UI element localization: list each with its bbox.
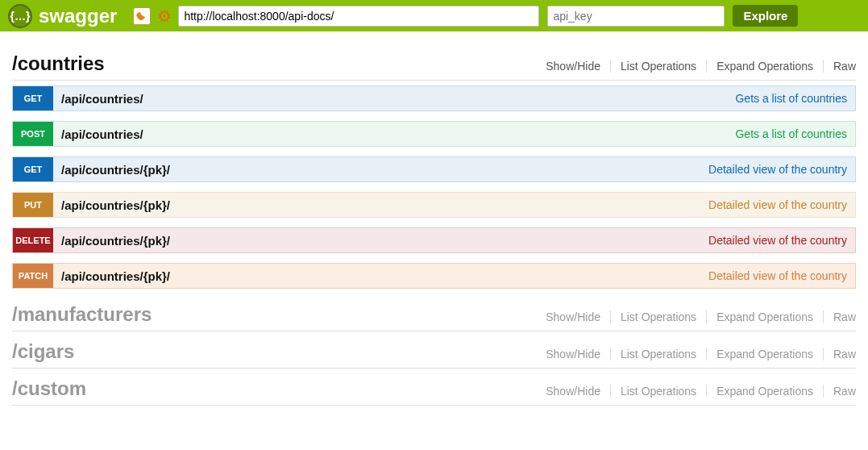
operation-summary: Detailed view of the country <box>700 198 855 211</box>
raw-link[interactable]: Raw <box>824 60 856 73</box>
expand-operations-link[interactable]: Expand Operations <box>707 385 824 398</box>
resource: /manufacturersShow/HideList OperationsEx… <box>12 298 856 331</box>
show-hide-link[interactable]: Show/Hide <box>536 348 611 360</box>
main-content: /countriesShow/HideList OperationsExpand… <box>0 31 868 426</box>
expand-operations-link[interactable]: Expand Operations <box>707 310 824 323</box>
show-hide-link[interactable]: Show/Hide <box>536 60 611 73</box>
resource-heading: /customShow/HideList OperationsExpand Op… <box>12 373 856 406</box>
resource-title[interactable]: /countries <box>12 52 105 75</box>
resource-title[interactable]: /custom <box>12 377 86 400</box>
operation-path: /api/countries/{pk}/ <box>53 234 700 248</box>
expand-operations-link[interactable]: Expand Operations <box>707 60 824 73</box>
gear-icon[interactable]: ⚙ <box>156 7 173 25</box>
resource-heading: /cigarsShow/HideList OperationsExpand Op… <box>12 335 856 369</box>
resource-actions: Show/HideList OperationsExpand Operation… <box>536 310 856 323</box>
resource: /cigarsShow/HideList OperationsExpand Op… <box>12 335 856 369</box>
list-operations-link[interactable]: List Operations <box>611 60 707 73</box>
operation-path: /api/countries/{pk}/ <box>53 163 700 177</box>
operation-summary: Gets a list of countries <box>727 92 855 105</box>
operation-path: /api/countries/{pk}/ <box>53 198 700 212</box>
operation-path: /api/countries/ <box>53 92 727 106</box>
logo: {…} swagger <box>8 4 117 28</box>
resource-actions: Show/HideList OperationsExpand Operation… <box>536 385 856 398</box>
http-method-badge: POST <box>13 122 53 146</box>
list-operations-link[interactable]: List Operations <box>611 310 707 323</box>
http-method-badge: DELETE <box>13 228 53 252</box>
swagger-logo-icon: {…} <box>8 4 32 28</box>
http-method-badge: PUT <box>13 193 53 217</box>
operation-summary: Detailed view of the country <box>700 163 855 176</box>
operation-row[interactable]: GET/api/countries/Gets a list of countri… <box>12 85 856 111</box>
resource: /customShow/HideList OperationsExpand Op… <box>12 373 856 406</box>
operations-list: GET/api/countries/Gets a list of countri… <box>12 85 856 289</box>
raw-link[interactable]: Raw <box>824 385 856 398</box>
operation-summary: Detailed view of the country <box>700 269 855 282</box>
operation-summary: Gets a list of countries <box>727 127 855 140</box>
http-method-badge: PATCH <box>13 264 53 288</box>
resource-title[interactable]: /cigars <box>12 340 74 363</box>
list-operations-link[interactable]: List Operations <box>611 348 707 360</box>
resource-actions: Show/HideList OperationsExpand Operation… <box>536 60 856 73</box>
operation-row[interactable]: DELETE/api/countries/{pk}/Detailed view … <box>12 227 856 253</box>
operation-summary: Detailed view of the country <box>700 234 855 247</box>
http-method-badge: GET <box>13 157 53 181</box>
explore-button[interactable]: Explore <box>733 5 798 27</box>
brand-text: swagger <box>39 5 117 27</box>
operation-row[interactable]: GET/api/countries/{pk}/Detailed view of … <box>12 156 856 182</box>
show-hide-link[interactable]: Show/Hide <box>536 310 611 323</box>
operation-path: /api/countries/ <box>53 127 727 141</box>
resource-title[interactable]: /manufacturers <box>12 303 152 326</box>
operation-row[interactable]: POST/api/countries/Gets a list of countr… <box>12 121 856 147</box>
resource-heading: /countriesShow/HideList OperationsExpand… <box>12 48 856 81</box>
expand-operations-link[interactable]: Expand Operations <box>707 348 824 360</box>
raw-link[interactable]: Raw <box>824 348 856 360</box>
api-key-input[interactable] <box>547 6 725 27</box>
api-url-input[interactable] <box>178 6 539 27</box>
operation-row[interactable]: PATCH/api/countries/{pk}/Detailed view o… <box>12 263 856 289</box>
resource-heading: /manufacturersShow/HideList OperationsEx… <box>12 298 856 331</box>
operation-path: /api/countries/{pk}/ <box>53 269 700 283</box>
resource: /countriesShow/HideList OperationsExpand… <box>12 48 856 289</box>
raw-link[interactable]: Raw <box>824 310 856 323</box>
header: {…} swagger ⚙ Explore <box>0 0 868 31</box>
list-operations-link[interactable]: List Operations <box>611 385 707 398</box>
http-method-badge: GET <box>13 86 53 110</box>
show-hide-link[interactable]: Show/Hide <box>536 385 611 398</box>
resource-actions: Show/HideList OperationsExpand Operation… <box>536 348 856 360</box>
operation-row[interactable]: PUT/api/countries/{pk}/Detailed view of … <box>12 192 856 218</box>
plug-icon[interactable] <box>133 7 151 25</box>
